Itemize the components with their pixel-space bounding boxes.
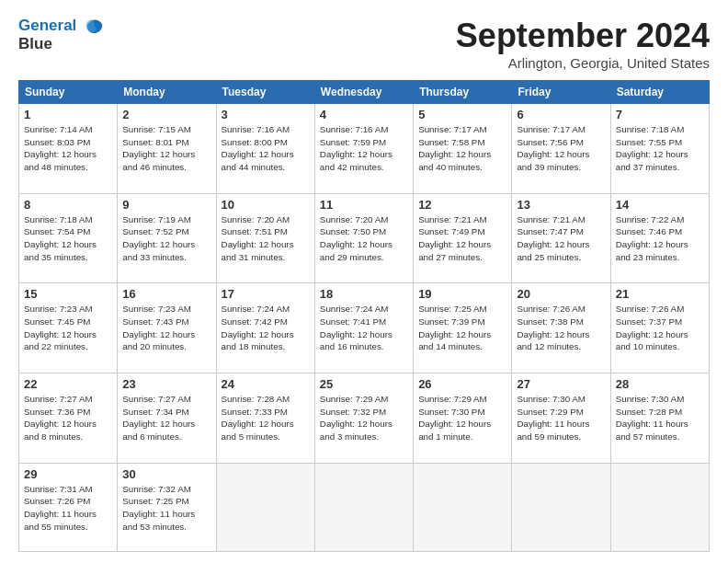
table-row (512, 463, 610, 551)
day-info: Sunrise: 7:25 AM Sunset: 7:39 PM Dayligh… (418, 303, 506, 353)
logo-icon (80, 17, 106, 46)
day-number: 15 (24, 287, 112, 301)
calendar-table: Sunday Monday Tuesday Wednesday Thursday… (18, 80, 710, 552)
logo-blue: Blue (18, 35, 52, 52)
day-info: Sunrise: 7:14 AM Sunset: 8:03 PM Dayligh… (24, 123, 112, 174)
day-info: Sunrise: 7:23 AM Sunset: 7:43 PM Dayligh… (122, 303, 210, 353)
day-number: 21 (616, 287, 704, 301)
table-row: 23Sunrise: 7:27 AM Sunset: 7:34 PM Dayli… (118, 373, 216, 464)
title-area: September 2024 Arlington, Georgia, Unite… (456, 17, 710, 71)
header-wednesday: Wednesday (314, 81, 413, 104)
day-number: 24 (222, 377, 310, 391)
location: Arlington, Georgia, United States (456, 55, 710, 71)
table-row: 14Sunrise: 7:22 AM Sunset: 7:46 PM Dayli… (610, 193, 709, 283)
table-row: 1Sunrise: 7:14 AM Sunset: 8:03 PM Daylig… (19, 104, 118, 194)
table-row: 8Sunrise: 7:18 AM Sunset: 7:54 PM Daylig… (19, 193, 118, 283)
day-info: Sunrise: 7:15 AM Sunset: 8:01 PM Dayligh… (122, 123, 210, 174)
day-info: Sunrise: 7:27 AM Sunset: 7:34 PM Dayligh… (122, 393, 210, 443)
table-row (414, 463, 512, 551)
table-row: 3Sunrise: 7:16 AM Sunset: 8:00 PM Daylig… (216, 104, 314, 194)
calendar-week-row: 22Sunrise: 7:27 AM Sunset: 7:36 PM Dayli… (19, 373, 710, 464)
table-row: 17Sunrise: 7:24 AM Sunset: 7:42 PM Dayli… (216, 283, 314, 373)
day-number: 27 (517, 377, 605, 391)
table-row: 9Sunrise: 7:19 AM Sunset: 7:52 PM Daylig… (118, 193, 216, 283)
header-thursday: Thursday (414, 81, 512, 104)
table-row: 19Sunrise: 7:25 AM Sunset: 7:39 PM Dayli… (414, 283, 512, 373)
day-number: 26 (418, 377, 506, 391)
table-row: 16Sunrise: 7:23 AM Sunset: 7:43 PM Dayli… (118, 283, 216, 373)
table-row: 13Sunrise: 7:21 AM Sunset: 7:47 PM Dayli… (512, 193, 610, 283)
table-row: 27Sunrise: 7:30 AM Sunset: 7:29 PM Dayli… (512, 373, 610, 464)
day-info: Sunrise: 7:18 AM Sunset: 7:54 PM Dayligh… (24, 213, 112, 264)
calendar-header-row: Sunday Monday Tuesday Wednesday Thursday… (19, 81, 710, 104)
table-row: 6Sunrise: 7:17 AM Sunset: 7:56 PM Daylig… (512, 104, 610, 194)
day-number: 7 (616, 108, 704, 121)
day-number: 5 (418, 108, 506, 121)
day-number: 11 (320, 198, 408, 212)
day-info: Sunrise: 7:27 AM Sunset: 7:36 PM Dayligh… (24, 393, 112, 443)
day-info: Sunrise: 7:26 AM Sunset: 7:37 PM Dayligh… (616, 303, 704, 353)
day-number: 20 (517, 287, 605, 301)
day-info: Sunrise: 7:23 AM Sunset: 7:45 PM Dayligh… (24, 303, 112, 353)
day-info: Sunrise: 7:21 AM Sunset: 7:49 PM Dayligh… (418, 213, 506, 264)
day-info: Sunrise: 7:17 AM Sunset: 7:56 PM Dayligh… (517, 123, 605, 174)
day-number: 19 (418, 287, 506, 301)
calendar-week-row: 1Sunrise: 7:14 AM Sunset: 8:03 PM Daylig… (19, 104, 710, 194)
day-number: 29 (24, 467, 112, 481)
table-row: 30Sunrise: 7:32 AM Sunset: 7:25 PM Dayli… (118, 463, 216, 551)
calendar-week-row: 8Sunrise: 7:18 AM Sunset: 7:54 PM Daylig… (19, 193, 710, 283)
table-row: 22Sunrise: 7:27 AM Sunset: 7:36 PM Dayli… (19, 373, 118, 464)
day-number: 3 (222, 108, 310, 121)
day-number: 22 (24, 377, 112, 391)
table-row: 20Sunrise: 7:26 AM Sunset: 7:38 PM Dayli… (512, 283, 610, 373)
day-info: Sunrise: 7:17 AM Sunset: 7:58 PM Dayligh… (418, 123, 506, 174)
header-monday: Monday (118, 81, 216, 104)
day-number: 25 (320, 377, 408, 391)
table-row: 10Sunrise: 7:20 AM Sunset: 7:51 PM Dayli… (216, 193, 314, 283)
day-info: Sunrise: 7:16 AM Sunset: 8:00 PM Dayligh… (222, 123, 310, 174)
day-info: Sunrise: 7:30 AM Sunset: 7:29 PM Dayligh… (517, 393, 605, 443)
table-row (216, 463, 314, 551)
day-info: Sunrise: 7:20 AM Sunset: 7:51 PM Dayligh… (222, 213, 310, 264)
day-number: 13 (517, 198, 605, 212)
table-row (610, 463, 709, 551)
day-number: 14 (616, 198, 704, 212)
table-row: 25Sunrise: 7:29 AM Sunset: 7:32 PM Dayli… (314, 373, 413, 464)
day-number: 9 (122, 198, 210, 212)
day-number: 23 (122, 377, 210, 391)
table-row: 28Sunrise: 7:30 AM Sunset: 7:28 PM Dayli… (610, 373, 709, 464)
table-row: 24Sunrise: 7:28 AM Sunset: 7:33 PM Dayli… (216, 373, 314, 464)
day-number: 4 (320, 108, 408, 121)
day-info: Sunrise: 7:28 AM Sunset: 7:33 PM Dayligh… (222, 393, 310, 443)
table-row: 4Sunrise: 7:16 AM Sunset: 7:59 PM Daylig… (314, 104, 413, 194)
day-info: Sunrise: 7:24 AM Sunset: 7:42 PM Dayligh… (222, 303, 310, 353)
table-row: 21Sunrise: 7:26 AM Sunset: 7:37 PM Dayli… (610, 283, 709, 373)
table-row (314, 463, 413, 551)
day-info: Sunrise: 7:31 AM Sunset: 7:26 PM Dayligh… (24, 483, 112, 534)
day-number: 28 (616, 377, 704, 391)
calendar-week-row: 29Sunrise: 7:31 AM Sunset: 7:26 PM Dayli… (19, 463, 710, 551)
day-number: 1 (24, 108, 112, 121)
header-sunday: Sunday (19, 81, 118, 104)
month-title: September 2024 (456, 17, 710, 55)
day-info: Sunrise: 7:21 AM Sunset: 7:47 PM Dayligh… (517, 213, 605, 264)
day-info: Sunrise: 7:24 AM Sunset: 7:41 PM Dayligh… (320, 303, 408, 353)
day-number: 8 (24, 198, 112, 212)
table-row: 29Sunrise: 7:31 AM Sunset: 7:26 PM Dayli… (19, 463, 118, 551)
day-info: Sunrise: 7:19 AM Sunset: 7:52 PM Dayligh… (122, 213, 210, 264)
day-number: 12 (418, 198, 506, 212)
day-info: Sunrise: 7:29 AM Sunset: 7:30 PM Dayligh… (418, 393, 506, 443)
logo: General Blue (18, 17, 106, 52)
table-row: 2Sunrise: 7:15 AM Sunset: 8:01 PM Daylig… (118, 104, 216, 194)
calendar-week-row: 15Sunrise: 7:23 AM Sunset: 7:45 PM Dayli… (19, 283, 710, 373)
table-row: 7Sunrise: 7:18 AM Sunset: 7:55 PM Daylig… (610, 104, 709, 194)
header-tuesday: Tuesday (216, 81, 314, 104)
day-number: 6 (517, 108, 605, 121)
day-info: Sunrise: 7:32 AM Sunset: 7:25 PM Dayligh… (122, 483, 210, 534)
table-row: 26Sunrise: 7:29 AM Sunset: 7:30 PM Dayli… (414, 373, 512, 464)
day-number: 2 (122, 108, 210, 121)
table-row: 15Sunrise: 7:23 AM Sunset: 7:45 PM Dayli… (19, 283, 118, 373)
day-info: Sunrise: 7:18 AM Sunset: 7:55 PM Dayligh… (616, 123, 704, 174)
page: General Blue September 2024 Arlington, G… (0, 0, 728, 563)
logo-general: General (18, 17, 76, 34)
